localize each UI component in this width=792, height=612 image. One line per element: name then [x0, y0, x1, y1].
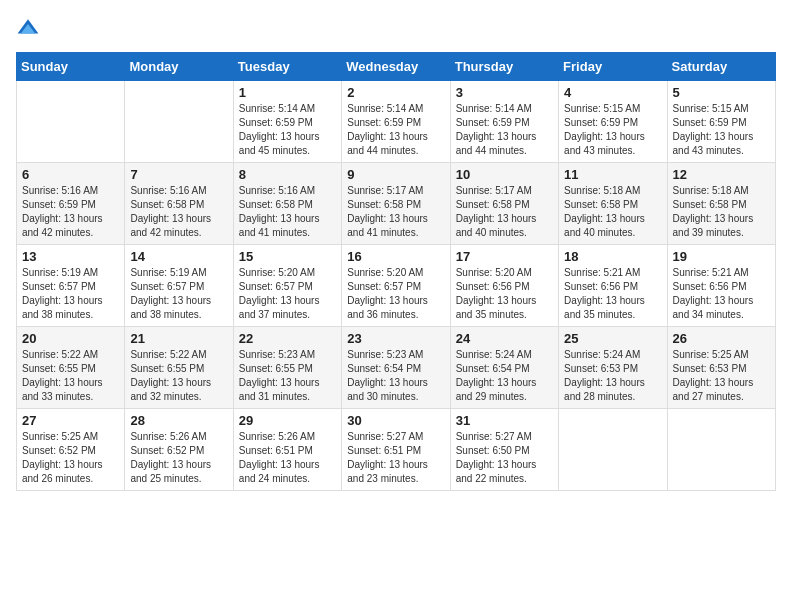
day-info: Sunrise: 5:22 AM Sunset: 6:55 PM Dayligh…	[22, 348, 119, 404]
calendar-cell	[125, 81, 233, 163]
day-info: Sunrise: 5:23 AM Sunset: 6:55 PM Dayligh…	[239, 348, 336, 404]
day-info: Sunrise: 5:19 AM Sunset: 6:57 PM Dayligh…	[130, 266, 227, 322]
calendar-cell: 8Sunrise: 5:16 AM Sunset: 6:58 PM Daylig…	[233, 163, 341, 245]
day-header-saturday: Saturday	[667, 53, 775, 81]
day-number: 21	[130, 331, 227, 346]
day-info: Sunrise: 5:24 AM Sunset: 6:54 PM Dayligh…	[456, 348, 553, 404]
calendar-cell: 13Sunrise: 5:19 AM Sunset: 6:57 PM Dayli…	[17, 245, 125, 327]
day-number: 1	[239, 85, 336, 100]
calendar-cell: 18Sunrise: 5:21 AM Sunset: 6:56 PM Dayli…	[559, 245, 667, 327]
calendar-cell: 9Sunrise: 5:17 AM Sunset: 6:58 PM Daylig…	[342, 163, 450, 245]
day-info: Sunrise: 5:24 AM Sunset: 6:53 PM Dayligh…	[564, 348, 661, 404]
calendar-cell: 30Sunrise: 5:27 AM Sunset: 6:51 PM Dayli…	[342, 409, 450, 491]
day-number: 28	[130, 413, 227, 428]
day-info: Sunrise: 5:21 AM Sunset: 6:56 PM Dayligh…	[673, 266, 770, 322]
calendar-cell: 26Sunrise: 5:25 AM Sunset: 6:53 PM Dayli…	[667, 327, 775, 409]
calendar-cell: 6Sunrise: 5:16 AM Sunset: 6:59 PM Daylig…	[17, 163, 125, 245]
week-row-3: 13Sunrise: 5:19 AM Sunset: 6:57 PM Dayli…	[17, 245, 776, 327]
day-number: 5	[673, 85, 770, 100]
calendar-cell: 25Sunrise: 5:24 AM Sunset: 6:53 PM Dayli…	[559, 327, 667, 409]
day-info: Sunrise: 5:20 AM Sunset: 6:57 PM Dayligh…	[239, 266, 336, 322]
day-number: 29	[239, 413, 336, 428]
week-row-4: 20Sunrise: 5:22 AM Sunset: 6:55 PM Dayli…	[17, 327, 776, 409]
day-header-tuesday: Tuesday	[233, 53, 341, 81]
calendar-cell: 12Sunrise: 5:18 AM Sunset: 6:58 PM Dayli…	[667, 163, 775, 245]
day-number: 6	[22, 167, 119, 182]
day-info: Sunrise: 5:23 AM Sunset: 6:54 PM Dayligh…	[347, 348, 444, 404]
calendar-cell: 7Sunrise: 5:16 AM Sunset: 6:58 PM Daylig…	[125, 163, 233, 245]
week-row-2: 6Sunrise: 5:16 AM Sunset: 6:59 PM Daylig…	[17, 163, 776, 245]
day-info: Sunrise: 5:16 AM Sunset: 6:58 PM Dayligh…	[239, 184, 336, 240]
day-number: 2	[347, 85, 444, 100]
day-header-friday: Friday	[559, 53, 667, 81]
day-number: 30	[347, 413, 444, 428]
calendar-cell: 20Sunrise: 5:22 AM Sunset: 6:55 PM Dayli…	[17, 327, 125, 409]
day-number: 19	[673, 249, 770, 264]
week-row-5: 27Sunrise: 5:25 AM Sunset: 6:52 PM Dayli…	[17, 409, 776, 491]
calendar-cell: 31Sunrise: 5:27 AM Sunset: 6:50 PM Dayli…	[450, 409, 558, 491]
calendar-cell: 14Sunrise: 5:19 AM Sunset: 6:57 PM Dayli…	[125, 245, 233, 327]
calendar-cell: 24Sunrise: 5:24 AM Sunset: 6:54 PM Dayli…	[450, 327, 558, 409]
day-number: 7	[130, 167, 227, 182]
day-number: 23	[347, 331, 444, 346]
day-number: 26	[673, 331, 770, 346]
calendar-table: SundayMondayTuesdayWednesdayThursdayFrid…	[16, 52, 776, 491]
calendar-cell: 16Sunrise: 5:20 AM Sunset: 6:57 PM Dayli…	[342, 245, 450, 327]
day-info: Sunrise: 5:21 AM Sunset: 6:56 PM Dayligh…	[564, 266, 661, 322]
calendar-cell: 23Sunrise: 5:23 AM Sunset: 6:54 PM Dayli…	[342, 327, 450, 409]
page-header	[16, 16, 776, 40]
day-number: 15	[239, 249, 336, 264]
day-number: 13	[22, 249, 119, 264]
calendar-cell: 2Sunrise: 5:14 AM Sunset: 6:59 PM Daylig…	[342, 81, 450, 163]
day-info: Sunrise: 5:14 AM Sunset: 6:59 PM Dayligh…	[347, 102, 444, 158]
calendar-cell	[559, 409, 667, 491]
day-header-thursday: Thursday	[450, 53, 558, 81]
day-number: 16	[347, 249, 444, 264]
calendar-cell: 1Sunrise: 5:14 AM Sunset: 6:59 PM Daylig…	[233, 81, 341, 163]
calendar-cell: 21Sunrise: 5:22 AM Sunset: 6:55 PM Dayli…	[125, 327, 233, 409]
day-info: Sunrise: 5:17 AM Sunset: 6:58 PM Dayligh…	[347, 184, 444, 240]
day-info: Sunrise: 5:26 AM Sunset: 6:51 PM Dayligh…	[239, 430, 336, 486]
calendar-cell: 22Sunrise: 5:23 AM Sunset: 6:55 PM Dayli…	[233, 327, 341, 409]
day-header-wednesday: Wednesday	[342, 53, 450, 81]
calendar-header-row: SundayMondayTuesdayWednesdayThursdayFrid…	[17, 53, 776, 81]
day-info: Sunrise: 5:16 AM Sunset: 6:58 PM Dayligh…	[130, 184, 227, 240]
day-number: 9	[347, 167, 444, 182]
calendar-cell: 27Sunrise: 5:25 AM Sunset: 6:52 PM Dayli…	[17, 409, 125, 491]
day-number: 11	[564, 167, 661, 182]
calendar-cell: 10Sunrise: 5:17 AM Sunset: 6:58 PM Dayli…	[450, 163, 558, 245]
day-info: Sunrise: 5:17 AM Sunset: 6:58 PM Dayligh…	[456, 184, 553, 240]
day-info: Sunrise: 5:18 AM Sunset: 6:58 PM Dayligh…	[564, 184, 661, 240]
calendar-cell: 5Sunrise: 5:15 AM Sunset: 6:59 PM Daylig…	[667, 81, 775, 163]
day-info: Sunrise: 5:14 AM Sunset: 6:59 PM Dayligh…	[239, 102, 336, 158]
day-number: 20	[22, 331, 119, 346]
day-info: Sunrise: 5:16 AM Sunset: 6:59 PM Dayligh…	[22, 184, 119, 240]
day-number: 24	[456, 331, 553, 346]
day-number: 3	[456, 85, 553, 100]
day-info: Sunrise: 5:20 AM Sunset: 6:57 PM Dayligh…	[347, 266, 444, 322]
day-info: Sunrise: 5:14 AM Sunset: 6:59 PM Dayligh…	[456, 102, 553, 158]
day-info: Sunrise: 5:27 AM Sunset: 6:50 PM Dayligh…	[456, 430, 553, 486]
logo	[16, 16, 44, 40]
calendar-cell: 19Sunrise: 5:21 AM Sunset: 6:56 PM Dayli…	[667, 245, 775, 327]
calendar-cell	[667, 409, 775, 491]
day-number: 12	[673, 167, 770, 182]
day-number: 14	[130, 249, 227, 264]
day-info: Sunrise: 5:19 AM Sunset: 6:57 PM Dayligh…	[22, 266, 119, 322]
day-number: 27	[22, 413, 119, 428]
day-number: 22	[239, 331, 336, 346]
day-info: Sunrise: 5:18 AM Sunset: 6:58 PM Dayligh…	[673, 184, 770, 240]
day-info: Sunrise: 5:15 AM Sunset: 6:59 PM Dayligh…	[564, 102, 661, 158]
day-number: 17	[456, 249, 553, 264]
day-info: Sunrise: 5:22 AM Sunset: 6:55 PM Dayligh…	[130, 348, 227, 404]
day-number: 31	[456, 413, 553, 428]
day-header-monday: Monday	[125, 53, 233, 81]
day-number: 8	[239, 167, 336, 182]
week-row-1: 1Sunrise: 5:14 AM Sunset: 6:59 PM Daylig…	[17, 81, 776, 163]
day-info: Sunrise: 5:25 AM Sunset: 6:52 PM Dayligh…	[22, 430, 119, 486]
day-info: Sunrise: 5:26 AM Sunset: 6:52 PM Dayligh…	[130, 430, 227, 486]
day-info: Sunrise: 5:25 AM Sunset: 6:53 PM Dayligh…	[673, 348, 770, 404]
calendar-cell: 11Sunrise: 5:18 AM Sunset: 6:58 PM Dayli…	[559, 163, 667, 245]
day-number: 25	[564, 331, 661, 346]
calendar-cell: 15Sunrise: 5:20 AM Sunset: 6:57 PM Dayli…	[233, 245, 341, 327]
